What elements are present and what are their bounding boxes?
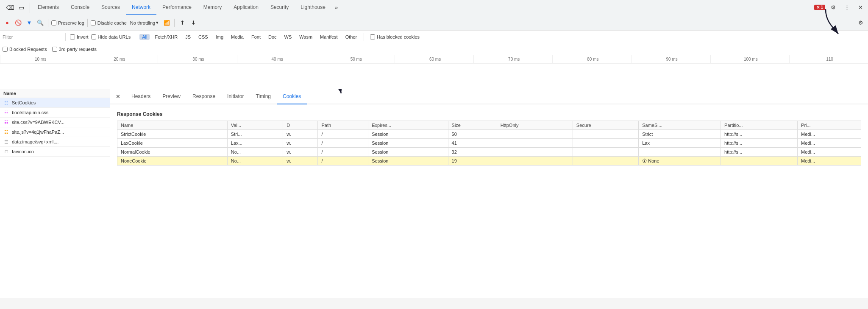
settings-button[interactable]: ⚙ bbox=[827, 2, 839, 14]
filter-separator-2 bbox=[135, 33, 135, 41]
col-d: D bbox=[283, 121, 318, 130]
cookie-cell-pri: Medi... bbox=[798, 130, 861, 139]
tick-10ms: 10 ms bbox=[0, 55, 79, 63]
filter-font[interactable]: Font bbox=[249, 34, 263, 40]
toolbar-separator-3 bbox=[174, 19, 175, 27]
tick-110: 110 bbox=[789, 55, 868, 63]
preserve-log-checkbox[interactable]: Preserve log bbox=[51, 20, 84, 25]
detail-close-button[interactable]: ✕ bbox=[114, 92, 122, 101]
tab-memory[interactable]: Memory bbox=[198, 0, 228, 15]
cookie-cell-secure bbox=[573, 157, 638, 166]
cookie-cell-secure bbox=[573, 130, 638, 139]
file-item-sitejs[interactable]: ☷ site.js?v=4q1jwFhaPaZ... bbox=[0, 127, 110, 137]
close-devtools-button[interactable]: ✕ bbox=[854, 2, 866, 14]
detail-tab-response[interactable]: Response bbox=[186, 89, 221, 104]
detail-tab-preview[interactable]: Preview bbox=[156, 89, 186, 104]
blocked-requests-checkbox[interactable]: Blocked Requests bbox=[3, 47, 47, 52]
cookie-table-row[interactable]: LaxCookieLax...w./Session41Laxhttp://s..… bbox=[117, 139, 861, 148]
toolbar-separator-2 bbox=[87, 19, 88, 27]
file-item-sitecss[interactable]: ☷ site.css?v=9ABWEKCV... bbox=[0, 118, 110, 127]
tab-console[interactable]: Console bbox=[65, 0, 95, 15]
cookie-cell-val: No... bbox=[227, 148, 283, 157]
more-vert-button[interactable]: ⋮ bbox=[841, 2, 853, 14]
tab-security[interactable]: Security bbox=[264, 0, 295, 15]
tab-application[interactable]: Application bbox=[228, 0, 264, 15]
cookie-cell-d: w. bbox=[283, 130, 318, 139]
tab-sources[interactable]: Sources bbox=[95, 0, 126, 15]
col-pri: Pri... bbox=[798, 121, 861, 130]
tick-60ms: 60 ms bbox=[395, 55, 473, 63]
cookie-cell-path: / bbox=[318, 148, 368, 157]
cursor-icon[interactable]: ⌫ bbox=[5, 3, 15, 13]
col-size: Size bbox=[448, 121, 497, 130]
col-path: Path bbox=[318, 121, 368, 130]
export-button[interactable]: ⬇ bbox=[189, 18, 198, 28]
filter-fetch-xhr[interactable]: Fetch/XHR bbox=[152, 34, 180, 40]
third-party-checkbox[interactable]: 3rd-party requests bbox=[52, 47, 97, 52]
file-item-dataimage[interactable]: ☰ data:image/svg+xml,... bbox=[0, 137, 110, 147]
filter-other[interactable]: Other bbox=[343, 34, 360, 40]
cookie-cell-httponly bbox=[497, 148, 573, 157]
file-item-favicon[interactable]: □ favicon.ico bbox=[0, 147, 110, 157]
tick-40ms: 40 ms bbox=[237, 55, 316, 63]
filter-doc[interactable]: Doc bbox=[266, 34, 279, 40]
filter-css[interactable]: CSS bbox=[196, 34, 211, 40]
third-party-input[interactable] bbox=[52, 47, 57, 52]
col-httponly: HttpOnly bbox=[497, 121, 573, 130]
tab-elements[interactable]: Elements bbox=[32, 0, 65, 15]
file-item-name: site.css?v=9ABWEKCV... bbox=[12, 120, 64, 125]
tick-80ms: 80 ms bbox=[552, 55, 631, 63]
hide-data-checkbox[interactable]: Hide data URLs bbox=[91, 34, 131, 39]
cookie-cell-pri: Medi... bbox=[798, 148, 861, 157]
filter-manifest[interactable]: Manifest bbox=[317, 34, 340, 40]
filter-img[interactable]: Img bbox=[213, 34, 226, 40]
network-settings-button[interactable]: ⚙ bbox=[856, 18, 865, 28]
img-icon: ☰ bbox=[3, 139, 9, 145]
hide-data-input[interactable] bbox=[91, 34, 96, 39]
cookie-cell-size: 41 bbox=[448, 139, 497, 148]
filter-js[interactable]: JS bbox=[183, 34, 193, 40]
tab-lighthouse[interactable]: Lighthouse bbox=[295, 0, 331, 15]
cookie-cell-path: / bbox=[318, 139, 368, 148]
file-item-bootstrap[interactable]: ☷ bootstrap.min.css bbox=[0, 108, 110, 118]
tab-network[interactable]: Network bbox=[126, 0, 156, 15]
preserve-log-input[interactable] bbox=[51, 20, 56, 25]
filter-wasm[interactable]: Wasm bbox=[297, 34, 315, 40]
detail-tab-timing[interactable]: Timing bbox=[250, 89, 277, 104]
error-badge[interactable]: ✕ 1 bbox=[814, 2, 826, 14]
cookie-table-row[interactable]: StrictCookieStri...w./Session50Stricthtt… bbox=[117, 130, 861, 139]
detail-tabs: ✕ Headers Preview Response Initiator Tim… bbox=[110, 89, 868, 104]
invert-checkbox[interactable]: Invert bbox=[70, 34, 89, 39]
filter-ws[interactable]: WS bbox=[282, 34, 295, 40]
tab-performance[interactable]: Performance bbox=[156, 0, 198, 15]
cookie-cell-partitio: http://s... bbox=[721, 130, 798, 139]
cookie-table-row[interactable]: NoneCookieNo...w./Session19🛈 NoneMedi... bbox=[117, 157, 861, 166]
disable-cache-checkbox[interactable]: Disable cache bbox=[91, 20, 127, 25]
import-button[interactable]: ⬆ bbox=[178, 18, 187, 28]
filter-button[interactable]: ▼ bbox=[25, 18, 34, 28]
device-icon[interactable]: ▭ bbox=[16, 3, 26, 13]
filter-all[interactable]: All bbox=[139, 34, 150, 40]
cookie-cell-name: LaxCookie bbox=[117, 139, 228, 148]
record-button[interactable]: ● bbox=[3, 18, 12, 28]
filter-media[interactable]: Media bbox=[228, 34, 246, 40]
filter-input[interactable] bbox=[3, 34, 61, 39]
blocked-requests-input[interactable] bbox=[3, 47, 8, 52]
blocked-cookies-input[interactable] bbox=[370, 34, 375, 39]
detail-tab-headers[interactable]: Headers bbox=[125, 89, 156, 104]
cookie-table-row[interactable]: NormalCookieNo...w./Session32http://s...… bbox=[117, 148, 861, 157]
search-button[interactable]: 🔍 bbox=[36, 18, 45, 28]
response-cookies-title: Response Cookies bbox=[117, 111, 861, 117]
css-icon-2: ☷ bbox=[3, 119, 9, 125]
invert-input[interactable] bbox=[70, 34, 75, 39]
cookie-cell-path: / bbox=[318, 157, 368, 166]
file-item-setcookies[interactable]: ☷ SetCookies bbox=[0, 98, 110, 108]
detail-tab-cookies[interactable]: Cookies bbox=[277, 89, 307, 104]
disable-cache-input[interactable] bbox=[91, 20, 96, 25]
blocked-cookies-checkbox[interactable]: Has blocked cookies bbox=[370, 34, 420, 39]
tab-more-button[interactable]: » bbox=[331, 0, 341, 15]
network-conditions-button[interactable]: 📶 bbox=[162, 18, 171, 28]
stop-button[interactable]: 🚫 bbox=[14, 18, 23, 28]
throttle-dropdown[interactable]: No throttling ▾ bbox=[128, 19, 160, 26]
detail-tab-initiator[interactable]: Initiator bbox=[221, 89, 250, 104]
